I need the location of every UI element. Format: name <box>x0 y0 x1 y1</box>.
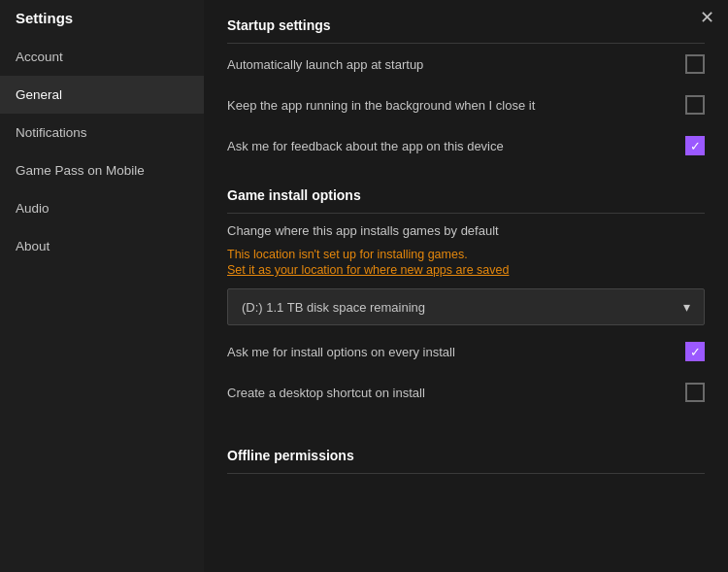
desktop-shortcut-row: Create a desktop shortcut on install <box>204 372 728 413</box>
desktop-shortcut-label: Create a desktop shortcut on install <box>227 386 685 400</box>
background-run-row: Keep the app running in the background w… <box>204 84 728 125</box>
startup-section-title: Startup settings <box>227 17 705 33</box>
offline-divider <box>227 473 705 474</box>
install-location-dropdown[interactable]: (D:) 1.1 TB disk space remaining ▾ <box>227 288 705 325</box>
background-run-label: Keep the app running in the background w… <box>227 98 685 113</box>
dropdown-label: (D:) 1.1 TB disk space remaining <box>242 300 425 315</box>
install-info: Change where this app installs games by … <box>204 214 728 288</box>
feedback-row: Ask me for feedback about the app on thi… <box>204 125 728 166</box>
feedback-checkbox[interactable] <box>685 136 705 155</box>
sidebar-item-game-pass-mobile[interactable]: Game Pass on Mobile <box>0 151 204 189</box>
dropdown-arrow-icon: ▾ <box>683 299 690 315</box>
close-button[interactable]: ✕ <box>693 4 720 31</box>
install-warning: This location isn't set up for installin… <box>227 248 705 261</box>
background-run-checkbox[interactable] <box>685 95 705 115</box>
sidebar-title: Settings <box>0 0 204 38</box>
desktop-shortcut-checkbox[interactable] <box>685 383 705 402</box>
install-description: Change where this app installs games by … <box>227 223 705 238</box>
auto-launch-checkbox[interactable] <box>685 54 705 74</box>
ask-install-label: Ask me for install options on every inst… <box>227 345 685 359</box>
ask-install-checkbox[interactable] <box>685 342 705 361</box>
sidebar-item-notifications[interactable]: Notifications <box>0 114 204 151</box>
startup-section: Startup settings <box>204 0 728 33</box>
offline-title: Offline permissions <box>227 448 705 463</box>
offline-section: Offline permissions <box>204 430 728 463</box>
auto-launch-row: Automatically launch app at startup <box>204 44 728 84</box>
auto-launch-label: Automatically launch app at startup <box>227 57 685 72</box>
sidebar-item-account[interactable]: Account <box>0 38 204 76</box>
sidebar-item-general[interactable]: General <box>0 76 204 114</box>
game-install-section: Game install options <box>204 166 728 203</box>
sidebar: Settings Account General Notifications G… <box>0 0 204 572</box>
sidebar-item-about[interactable]: About <box>0 227 204 265</box>
ask-install-row: Ask me for install options on every inst… <box>204 331 728 372</box>
install-link[interactable]: Set it as your location for where new ap… <box>227 263 705 277</box>
game-install-title: Game install options <box>227 187 705 203</box>
sidebar-item-audio[interactable]: Audio <box>0 189 204 227</box>
main-content: ✕ Startup settings Automatically launch … <box>204 0 728 572</box>
feedback-label: Ask me for feedback about the app on thi… <box>227 139 685 153</box>
